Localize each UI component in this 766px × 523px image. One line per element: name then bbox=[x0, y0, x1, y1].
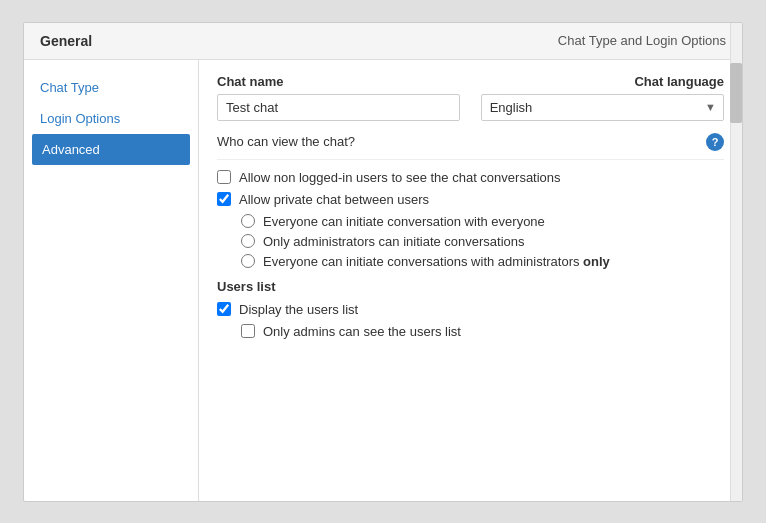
help-icon-label: ? bbox=[712, 136, 719, 148]
panel-title: General bbox=[40, 33, 92, 49]
chat-language-label: Chat language bbox=[634, 74, 724, 89]
chat-name-label: Chat name bbox=[217, 74, 460, 89]
panel-subtitle: Chat Type and Login Options bbox=[558, 33, 726, 48]
scrollbar-track bbox=[730, 23, 742, 501]
checkbox-only-admins-see: Only admins can see the users list bbox=[241, 324, 724, 339]
only-admins-see-label: Only admins can see the users list bbox=[263, 324, 461, 339]
chat-name-input[interactable] bbox=[217, 94, 460, 121]
panel: General Chat Type and Login Options Chat… bbox=[23, 22, 743, 502]
scrollbar-thumb[interactable] bbox=[730, 63, 742, 123]
display-users-list-label: Display the users list bbox=[239, 302, 358, 317]
radio-only-admins: Only administrators can initiate convers… bbox=[241, 234, 724, 249]
chat-language-select-wrapper: English Spanish French German ▼ bbox=[481, 94, 724, 121]
only-admins-see-checkbox[interactable] bbox=[241, 324, 255, 338]
everyone-admins-only-radio[interactable] bbox=[241, 254, 255, 268]
chat-name-field-group: Chat name bbox=[217, 74, 460, 121]
sidebar: Chat Type Login Options Advanced bbox=[24, 60, 199, 501]
radio-group: Everyone can initiate conversation with … bbox=[241, 214, 724, 269]
allow-private-chat-checkbox[interactable] bbox=[217, 192, 231, 206]
sidebar-item-label-chat-type: Chat Type bbox=[40, 80, 99, 95]
panel-header: General Chat Type and Login Options bbox=[24, 23, 742, 60]
panel-body: Chat Type Login Options Advanced Chat na… bbox=[24, 60, 742, 501]
allow-non-logged-checkbox[interactable] bbox=[217, 170, 231, 184]
everyone-initiate-radio[interactable] bbox=[241, 214, 255, 228]
everyone-admins-only-label: Everyone can initiate conversations with… bbox=[263, 254, 610, 269]
who-can-view-row: Who can view the chat? ? bbox=[217, 133, 724, 160]
everyone-initiate-label: Everyone can initiate conversation with … bbox=[263, 214, 545, 229]
allow-non-logged-label: Allow non logged-in users to see the cha… bbox=[239, 170, 561, 185]
allow-private-chat-label: Allow private chat between users bbox=[239, 192, 429, 207]
sidebar-item-advanced[interactable]: Advanced bbox=[32, 134, 190, 165]
display-users-list-checkbox[interactable] bbox=[217, 302, 231, 316]
radio-everyone-admins-only: Everyone can initiate conversations with… bbox=[241, 254, 724, 269]
sidebar-item-login-options[interactable]: Login Options bbox=[24, 103, 198, 134]
form-top-row: Chat name Chat language English Spanish … bbox=[217, 74, 724, 121]
help-icon[interactable]: ? bbox=[706, 133, 724, 151]
sidebar-item-label-login-options: Login Options bbox=[40, 111, 120, 126]
checkbox-allow-private-chat: Allow private chat between users bbox=[217, 192, 724, 207]
sidebar-item-chat-type[interactable]: Chat Type bbox=[24, 72, 198, 103]
chat-language-select[interactable]: English Spanish French German bbox=[481, 94, 724, 121]
only-admins-initiate-radio[interactable] bbox=[241, 234, 255, 248]
only-admins-initiate-label: Only administrators can initiate convers… bbox=[263, 234, 525, 249]
outer-container: General Chat Type and Login Options Chat… bbox=[0, 0, 766, 523]
checkbox-display-users-list: Display the users list bbox=[217, 302, 724, 317]
who-can-view-label: Who can view the chat? bbox=[217, 134, 355, 149]
radio-everyone-initiate: Everyone can initiate conversation with … bbox=[241, 214, 724, 229]
chat-language-field-group: Chat language English Spanish French Ger… bbox=[481, 74, 724, 121]
main-content: Chat name Chat language English Spanish … bbox=[199, 60, 742, 501]
users-list-section-title: Users list bbox=[217, 279, 724, 294]
checkbox-allow-non-logged: Allow non logged-in users to see the cha… bbox=[217, 170, 724, 185]
sidebar-item-label-advanced: Advanced bbox=[42, 142, 100, 157]
